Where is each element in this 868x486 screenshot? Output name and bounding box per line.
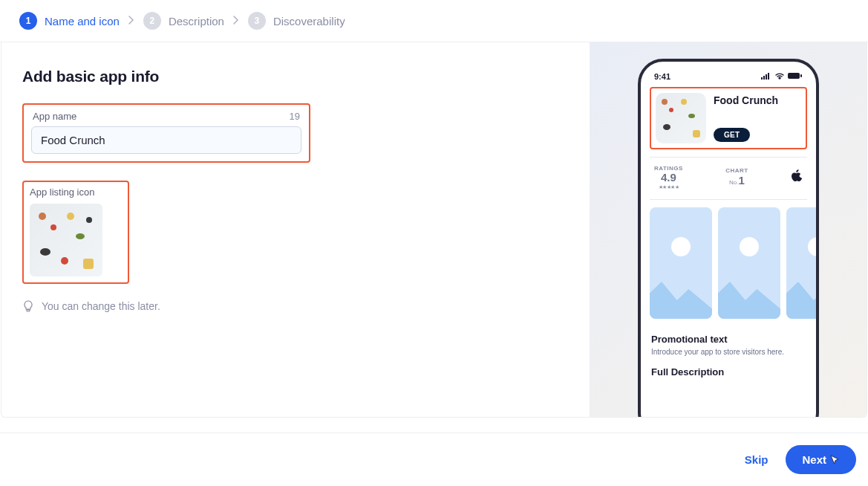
app-name-label: App name [33, 111, 76, 122]
app-name-input[interactable] [31, 126, 301, 154]
app-icon-label: App listing icon [30, 187, 122, 198]
screenshot-placeholder [718, 207, 780, 319]
step-label: Name and icon [45, 15, 120, 27]
apple-icon [791, 169, 803, 183]
chevron-right-icon [128, 14, 134, 27]
step-description[interactable]: 2 Description [143, 12, 224, 30]
chevron-right-icon [233, 14, 239, 27]
svg-rect-5 [800, 74, 802, 77]
step-number: 2 [143, 12, 161, 30]
phone-preview: 9:41 [638, 59, 819, 417]
chart-label: CHART [725, 167, 748, 174]
step-label: Discoverability [273, 15, 345, 27]
signal-icon [761, 72, 771, 81]
main-content: Add basic app info App name 19 App listi… [1, 42, 867, 417]
svg-rect-3 [768, 73, 769, 80]
ratings-stat: RATINGS 4.9 ★★★★★ [654, 165, 683, 190]
step-discoverability[interactable]: 3 Discoverability [248, 12, 345, 30]
full-description-heading: Full Description [650, 366, 807, 378]
step-label: Description [169, 15, 224, 27]
preview-panel: 9:41 [590, 42, 867, 417]
preview-app-title: Food Crunch [714, 94, 778, 106]
skip-button[interactable]: Skip [745, 453, 769, 466]
page-title: Add basic app info [22, 68, 569, 85]
preview-app-card: Food Crunch GET [650, 87, 807, 149]
app-name-field-group: App name 19 [22, 103, 310, 163]
stepper: 1 Name and icon 2 Description 3 Discover… [0, 0, 868, 42]
promotional-title: Promotional text [651, 334, 806, 345]
chart-value: 1 [739, 174, 745, 187]
chart-prefix: No. [729, 179, 738, 186]
app-icon-thumbnail[interactable] [30, 204, 102, 276]
phone-statusbar: 9:41 [650, 72, 807, 87]
footer-actions: Skip Next [0, 432, 868, 486]
step-name-and-icon[interactable]: 1 Name and icon [19, 12, 120, 30]
battery-icon [788, 72, 803, 81]
chart-stat: CHART No.1 [725, 167, 748, 187]
svg-rect-4 [788, 73, 800, 79]
divider [650, 199, 807, 200]
screenshot-placeholder [786, 207, 819, 319]
preview-app-icon [656, 93, 706, 143]
form-panel: Add basic app info App name 19 App listi… [1, 42, 590, 417]
promotional-subtitle: Introduce your app to store visitors her… [651, 348, 806, 356]
promotional-text-block: Promotional text Introduce your app to s… [650, 334, 807, 356]
step-number: 3 [248, 12, 266, 30]
hint-label: You can change this later. [42, 300, 160, 312]
ratings-value: 4.9 [654, 172, 683, 184]
svg-rect-1 [763, 76, 765, 80]
svg-rect-0 [761, 77, 763, 80]
app-name-chars-remaining: 19 [290, 111, 300, 122]
preview-stats: RATINGS 4.9 ★★★★★ CHART No.1 [650, 163, 807, 193]
status-time: 9:41 [654, 72, 670, 81]
divider [650, 157, 807, 158]
lightbulb-icon [22, 300, 34, 312]
cursor-icon [829, 455, 840, 465]
hint-text: You can change this later. [22, 300, 569, 312]
preview-screenshots [650, 207, 807, 319]
next-button-label: Next [802, 453, 826, 466]
ratings-stars: ★★★★★ [654, 184, 683, 190]
wifi-icon [774, 72, 785, 81]
step-number: 1 [19, 12, 37, 30]
next-button[interactable]: Next [786, 445, 856, 474]
svg-rect-2 [766, 74, 767, 80]
app-icon-field-group: App listing icon [22, 181, 129, 284]
platform-stat [791, 169, 803, 186]
screenshot-placeholder [650, 207, 712, 319]
preview-get-button: GET [714, 128, 750, 142]
